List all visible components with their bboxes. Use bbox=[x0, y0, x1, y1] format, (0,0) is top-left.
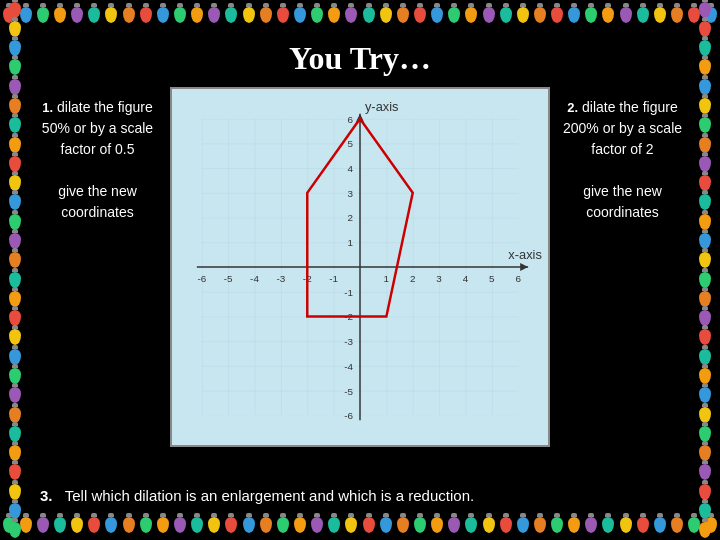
graph-container: x-axis y-axis -6 -5 -4 -3 -2 -1 1 2 bbox=[165, 87, 555, 447]
svg-text:4: 4 bbox=[348, 163, 354, 174]
svg-text:-6: -6 bbox=[344, 410, 353, 421]
svg-text:-4: -4 bbox=[250, 273, 259, 284]
content-area: 1. dilate the figure 50% or by a scale f… bbox=[30, 87, 690, 481]
svg-text:3: 3 bbox=[436, 273, 442, 284]
problem3-text: Tell which dilation is an enlargement an… bbox=[65, 487, 474, 504]
svg-text:1: 1 bbox=[348, 237, 354, 248]
main-content: You Try… 1. dilate the figure 50% or by … bbox=[30, 30, 690, 510]
svg-text:1: 1 bbox=[384, 273, 390, 284]
svg-text:-5: -5 bbox=[344, 386, 353, 397]
svg-text:4: 4 bbox=[463, 273, 469, 284]
problem3-number: 3. bbox=[40, 487, 53, 504]
page-title: You Try… bbox=[289, 40, 431, 77]
bottom-text: 3. Tell which dilation is an enlargement… bbox=[30, 481, 690, 510]
graph-box: x-axis y-axis -6 -5 -4 -3 -2 -1 1 2 bbox=[170, 87, 550, 447]
left-panel: 1. dilate the figure 50% or by a scale f… bbox=[30, 87, 165, 233]
svg-text:-1: -1 bbox=[344, 287, 353, 298]
svg-text:-6: -6 bbox=[197, 273, 206, 284]
lights-top: (function(){ const colors = ["#e74c3c","… bbox=[0, 0, 720, 30]
svg-text:6: 6 bbox=[515, 273, 521, 284]
svg-text:-4: -4 bbox=[344, 361, 353, 372]
svg-text:-3: -3 bbox=[276, 273, 285, 284]
lights-bottom: (function(){ const colors = ["#2ecc71","… bbox=[0, 510, 720, 540]
svg-text:3: 3 bbox=[348, 188, 354, 199]
lights-left: (function(){ const colors = ["#e74c3c","… bbox=[0, 0, 30, 540]
problem2-container: 2. dilate the figure 200% or by a scale … bbox=[560, 97, 685, 160]
xaxis-label: x-axis bbox=[508, 247, 542, 262]
problem1-followup: give the new coordinates bbox=[35, 181, 160, 223]
problem1-instruction: dilate the figure 50% or by a scale fact… bbox=[42, 99, 153, 157]
svg-text:5: 5 bbox=[489, 273, 495, 284]
svg-text:5: 5 bbox=[348, 138, 354, 149]
svg-text:-5: -5 bbox=[224, 273, 233, 284]
svg-text:-1: -1 bbox=[329, 273, 338, 284]
svg-text:2: 2 bbox=[410, 273, 416, 284]
problem2-instruction: dilate the figure 200% or by a scale fac… bbox=[563, 99, 682, 157]
problem2-followup: give the new coordinates bbox=[560, 181, 685, 223]
svg-text:2: 2 bbox=[348, 213, 354, 224]
right-panel: 2. dilate the figure 200% or by a scale … bbox=[555, 87, 690, 233]
problem1-number: 1. dilate the figure 50% or by a scale f… bbox=[35, 97, 160, 160]
yaxis-label: y-axis bbox=[365, 99, 399, 114]
lights-right: (function(){ const colors = ["#9b59b6","… bbox=[690, 0, 720, 540]
svg-text:6: 6 bbox=[348, 114, 354, 125]
svg-text:-3: -3 bbox=[344, 336, 353, 347]
